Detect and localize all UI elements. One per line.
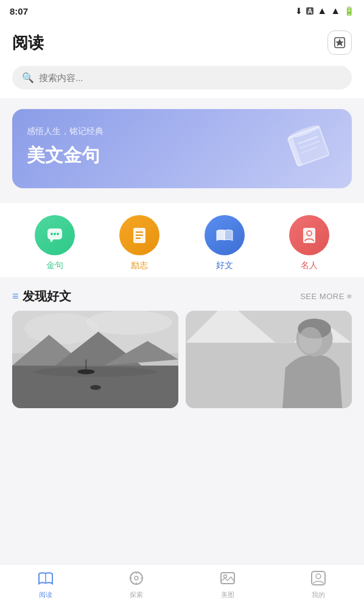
signal-icon: ▲ — [331, 5, 340, 16]
search-input[interactable] — [39, 72, 342, 83]
page-title: 阅读 — [12, 32, 44, 54]
svg-marker-1 — [337, 40, 342, 45]
explore-icon — [128, 570, 144, 586]
haowen-icon — [205, 215, 245, 255]
svg-point-12 — [54, 233, 56, 235]
see-more-button[interactable]: SEE MORE ≡ — [300, 292, 352, 301]
search-section: 🔍 — [0, 61, 364, 98]
svg-point-23 — [24, 313, 98, 344]
nav-mine-label: 我的 — [312, 590, 325, 599]
haowen-label: 好文 — [216, 260, 233, 271]
person-doc-icon — [299, 225, 319, 245]
article-card-person[interactable] — [186, 311, 352, 408]
status-icons: ⬇ A ▲ ▲ 🔋 — [295, 5, 354, 16]
person-image — [186, 311, 352, 408]
bottom-spacer — [0, 420, 364, 464]
search-bar[interactable]: 🔍 — [12, 66, 352, 90]
font-icon: A — [306, 7, 313, 15]
discover-section-icon: ≡ — [12, 290, 19, 303]
nav-read-label: 阅读 — [39, 590, 52, 599]
star-button[interactable] — [327, 30, 352, 55]
status-time: 8:07 — [10, 6, 28, 16]
section-title-group: ≡ 发现好文 — [12, 288, 71, 305]
doc-icon — [130, 225, 149, 245]
svg-point-24 — [86, 311, 172, 335]
categories-section: 金句 励志 好文 — [0, 203, 364, 277]
nav-explore-label: 探索 — [130, 590, 143, 599]
nav-gallery[interactable]: 美图 — [182, 570, 273, 599]
svg-point-37 — [299, 327, 322, 354]
nav-mine[interactable]: 我的 — [273, 570, 365, 599]
banner-card[interactable]: 感悟人生，铭记经典 美文金句 — [12, 109, 352, 188]
gallery-icon — [220, 570, 236, 586]
mountain-image — [12, 311, 178, 408]
download-icon: ⬇ — [295, 6, 303, 16]
book-open-icon — [214, 225, 235, 246]
category-lizhi[interactable]: 励志 — [119, 215, 159, 271]
category-mingren[interactable]: 名人 — [289, 215, 329, 271]
category-haowen[interactable]: 好文 — [205, 215, 245, 271]
banner-book-icon — [282, 119, 337, 174]
lizhi-label: 励志 — [131, 260, 148, 271]
juju-icon — [35, 215, 75, 255]
nav-read[interactable]: 阅读 — [0, 570, 91, 599]
lizhi-icon — [119, 215, 159, 255]
svg-point-48 — [316, 574, 321, 579]
nav-gallery-icon — [220, 570, 236, 589]
category-juju[interactable]: 金句 — [35, 215, 75, 271]
svg-point-11 — [51, 233, 53, 235]
battery-icon: 🔋 — [344, 6, 354, 16]
wifi-icon: ▲ — [317, 5, 327, 16]
svg-point-30 — [77, 369, 94, 374]
svg-marker-10 — [50, 239, 54, 242]
svg-point-29 — [33, 367, 156, 376]
user-icon — [310, 570, 326, 586]
status-bar: 8:07 ⬇ A ▲ ▲ 🔋 — [0, 0, 364, 22]
mingren-icon — [289, 215, 329, 255]
header: 阅读 — [0, 22, 364, 61]
svg-point-40 — [135, 576, 138, 580]
articles-row — [0, 311, 364, 420]
nav-gallery-label: 美图 — [221, 590, 234, 599]
discover-section-header: ≡ 发现好文 SEE MORE ≡ — [0, 277, 364, 311]
discover-section-label: 发现好文 — [23, 288, 71, 305]
article-card-mountain[interactable] — [12, 311, 178, 408]
search-icon: 🔍 — [22, 72, 34, 83]
chat-icon — [45, 225, 65, 245]
star-icon — [333, 36, 346, 49]
nav-explore-icon — [128, 570, 144, 589]
svg-point-13 — [57, 233, 59, 235]
read-book-icon — [38, 570, 54, 586]
banner-section: 感悟人生，铭记经典 美文金句 — [0, 98, 364, 194]
nav-read-icon — [38, 570, 54, 589]
nav-mine-icon — [310, 570, 326, 589]
bottom-nav: 阅读 探索 美图 — [0, 564, 364, 608]
mingren-label: 名人 — [301, 260, 318, 271]
juju-label: 金句 — [46, 260, 63, 271]
nav-explore[interactable]: 探索 — [91, 570, 183, 599]
svg-point-46 — [223, 574, 226, 578]
